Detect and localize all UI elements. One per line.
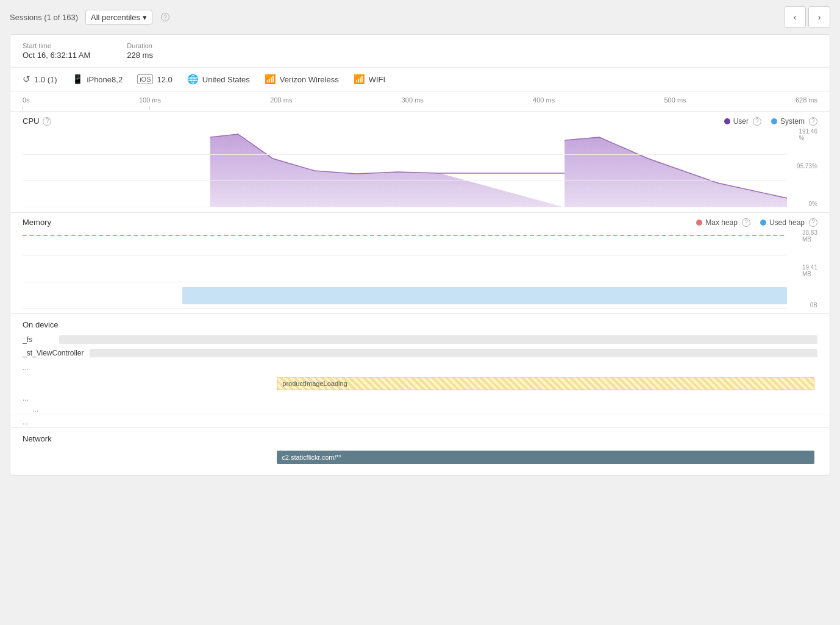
- cpu-title: CPU ?: [23, 116, 51, 126]
- network-title: Network: [10, 428, 830, 447]
- st-bar: [90, 349, 817, 357]
- timeline-bar: 0s 100 ms 200 ms 300 ms 400 ms 500 ms 62…: [10, 91, 830, 112]
- memory-max-dot: [696, 220, 702, 226]
- cpu-system-legend: System ?: [771, 117, 817, 126]
- cpu-header: CPU ? User ? System ?: [10, 112, 830, 128]
- cpu-user-help[interactable]: ?: [753, 117, 761, 126]
- on-device-section: On device _fs _st_ViewController ... pro…: [10, 314, 830, 428]
- main-card: Start time Oct 16, 6:32:11 AM Duration 2…: [10, 34, 830, 476]
- timeline-labels: 0s 100 ms 200 ms 300 ms 400 ms 500 ms 62…: [23, 96, 817, 106]
- nav-next-button[interactable]: ›: [808, 6, 830, 28]
- svg-rect-2: [182, 287, 787, 304]
- trace-dots-2: ...: [10, 393, 830, 404]
- nav-buttons: ‹ ›: [784, 6, 830, 28]
- memory-y-max: 38.83MB: [802, 229, 817, 243]
- cpu-user-legend: User ?: [724, 117, 761, 126]
- duration-label: Duration: [127, 42, 153, 49]
- memory-max-legend: Max heap ?: [696, 218, 750, 227]
- cpu-chart-area: 191.46% 95.73% 0%: [23, 128, 817, 207]
- device-model: 📱 iPhone8,2: [72, 74, 138, 85]
- memory-header: Memory Max heap ? Used heap ?: [10, 213, 830, 229]
- percentile-dropdown[interactable]: All percentiles ▾: [85, 10, 152, 25]
- session-header: Start time Oct 16, 6:32:11 AM Duration 2…: [10, 35, 830, 68]
- cpu-system-dot: [771, 118, 777, 124]
- percentile-label: All percentiles: [91, 13, 140, 22]
- wifi-icon: 📶: [354, 74, 365, 85]
- globe-icon: 🌐: [187, 74, 199, 85]
- cpu-y-max: 191.46%: [799, 128, 817, 141]
- memory-used-help[interactable]: ?: [809, 218, 817, 227]
- start-time-meta: Start time Oct 16, 6:32:11 AM: [23, 42, 90, 60]
- start-time-label: Start time: [23, 42, 90, 49]
- timeline-400: 400 ms: [533, 96, 555, 104]
- memory-used-dot: [760, 220, 766, 226]
- duration-value: 228 ms: [127, 51, 153, 60]
- trace-dots-4: ...: [10, 415, 830, 427]
- help-icon[interactable]: ?: [161, 13, 169, 21]
- device-model-value: iPhone8,2: [87, 75, 123, 84]
- memory-used-legend: Used heap ?: [760, 218, 817, 227]
- network-section: Network c2.staticflickr.com/**: [10, 428, 830, 468]
- phone-icon: 📱: [72, 74, 84, 85]
- product-image-bar: productImageLoading: [277, 377, 814, 390]
- device-country: 🌐 United States: [187, 74, 265, 85]
- product-image-trace: productImageLoading: [23, 374, 817, 391]
- cpu-chart-svg: [23, 128, 787, 207]
- device-network-value: WIFI: [369, 75, 385, 84]
- sessions-label: Sessions (1 of 163): [10, 13, 78, 22]
- device-bar: ↺ 1.0 (1) 📱 iPhone8,2 iOS 12.0 🌐 United …: [10, 68, 830, 91]
- chevron-down-icon: ▾: [143, 13, 147, 22]
- ios-icon: iOS: [137, 74, 153, 84]
- memory-y-min: 0B: [810, 302, 817, 309]
- cpu-y-min: 0%: [809, 201, 817, 207]
- duration-meta: Duration 228 ms: [127, 42, 153, 60]
- network-bar-container: c2.staticflickr.com/**: [23, 448, 817, 468]
- memory-title: Memory: [23, 218, 51, 227]
- timeline-0: 0s: [23, 96, 30, 104]
- fs-row: _fs: [10, 333, 830, 346]
- on-device-title: On device: [10, 314, 830, 333]
- timeline-300: 300 ms: [402, 96, 424, 104]
- device-carrier: 📶 Verizon Wireless: [265, 74, 354, 85]
- device-os: iOS 12.0: [137, 74, 187, 84]
- timeline-500: 500 ms: [664, 96, 686, 104]
- cpu-legend: User ? System ?: [724, 117, 817, 126]
- cpu-y-mid: 95.73%: [797, 163, 817, 170]
- top-bar-left: Sessions (1 of 163) All percentiles ▾ ?: [10, 10, 169, 25]
- device-os-value: 12.0: [157, 75, 172, 84]
- timeline-100: 100 ms: [139, 96, 161, 104]
- memory-legend: Max heap ? Used heap ?: [696, 218, 817, 227]
- device-version: ↺ 1.0 (1): [23, 74, 72, 85]
- trace-dots-1: ...: [10, 362, 830, 373]
- signal-icon: 📶: [265, 74, 276, 85]
- nav-prev-button[interactable]: ‹: [784, 6, 806, 28]
- memory-chart-area: 38.83MB 19.41MB 0B: [23, 229, 817, 309]
- timeline-628: 628 ms: [796, 96, 817, 104]
- memory-y-mid: 19.41MB: [802, 264, 817, 277]
- cpu-help-icon[interactable]: ?: [43, 117, 51, 126]
- memory-max-help[interactable]: ?: [742, 218, 750, 227]
- st-viewcontroller-row: _st_ViewController: [10, 346, 830, 360]
- cpu-section: CPU ? User ? System ?: [10, 112, 830, 213]
- device-network: 📶 WIFI: [354, 74, 400, 85]
- trace-dots-3: ...: [10, 404, 830, 415]
- device-carrier-value: Verizon Wireless: [280, 75, 339, 84]
- fs-bar: [59, 335, 817, 344]
- svg-marker-0: [23, 134, 787, 207]
- timeline-200: 200 ms: [270, 96, 292, 104]
- top-bar: Sessions (1 of 163) All percentiles ▾ ? …: [0, 0, 840, 34]
- cpu-system-help[interactable]: ?: [809, 117, 817, 126]
- start-time-value: Oct 16, 6:32:11 AM: [23, 51, 90, 60]
- memory-section: Memory Max heap ? Used heap ?: [10, 213, 830, 314]
- network-request-bar: c2.staticflickr.com/**: [277, 451, 814, 464]
- cpu-user-dot: [724, 118, 730, 124]
- device-version-value: 1.0 (1): [34, 75, 57, 84]
- device-country-value: United States: [202, 75, 250, 84]
- refresh-icon: ↺: [23, 74, 30, 85]
- memory-chart-svg: [23, 229, 787, 309]
